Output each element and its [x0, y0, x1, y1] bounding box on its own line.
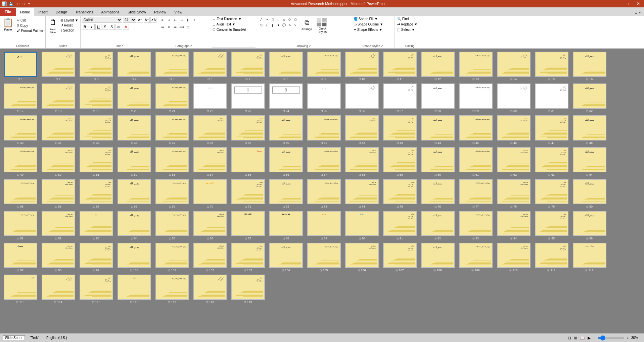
slide-item[interactable]: عنوان• مورد اول• مورد دوم⊡111: [534, 243, 569, 272]
tab-slideshow[interactable]: Slide Show: [124, 8, 150, 16]
slide-item[interactable]: روش تحقیق پیشرفته⊡21: [154, 83, 190, 113]
slide-item[interactable]: بسم الله⊡64: [572, 147, 607, 176]
slide-item[interactable]: روش تحقیق پیشرفته⊡61: [458, 147, 493, 176]
slide-item[interactable]: متن اصلیمحتوای اسلاید⊡42: [344, 115, 379, 145]
slide-item[interactable]: شرکت محبوب⊡112: [572, 243, 607, 272]
slide-item[interactable]: متن اصلیمحتوای اسلاید⊡50: [41, 147, 76, 176]
slide-item[interactable]: بافیا⊡90: [344, 211, 379, 240]
slide-item[interactable]: عنوان• مورد اول• مورد دوم⊡27: [382, 83, 417, 113]
shape-rect-btn[interactable]: □: [270, 17, 275, 22]
slide-item[interactable]: ◼◼ عنوان ◼◼⊡88: [268, 211, 304, 240]
replace-button[interactable]: ⇄ Replace ▼: [396, 22, 424, 26]
slide-item[interactable]: عنوان• مورد اول• مورد دوم⊡43: [382, 115, 417, 145]
slide-item[interactable]: متن اصلیمحتوای اسلاید⊡102: [192, 243, 228, 272]
strikethrough-btn[interactable]: S: [102, 24, 108, 30]
shape-arrow-btn[interactable]: →: [264, 17, 270, 22]
shape-effects-button[interactable]: ✦ Shape Effects ▼: [353, 27, 393, 32]
slide-item[interactable]: روش تحقیق پیشرفته⊡109: [458, 243, 493, 272]
zoom-minus-btn[interactable]: −: [593, 335, 596, 341]
slide-item[interactable]: عنوان• مورد اول• مورد دوم⊡15: [534, 52, 569, 81]
bullet-list-btn[interactable]: ≡: [159, 17, 166, 23]
underline-btn[interactable]: U: [95, 24, 101, 30]
slide-item[interactable]: عنوان• مورد اول• مورد دوم⊡107: [382, 243, 417, 272]
shape-diamond-btn[interactable]: ◇: [287, 17, 292, 22]
shape-pentagon-btn[interactable]: ⬠: [293, 17, 298, 22]
slide-item[interactable]: روش تحقیق پیشرفته⊡65: [3, 179, 38, 208]
slide-item[interactable]: روش تحقیق پیشرفته⊡49: [3, 147, 38, 176]
font-name-selector[interactable]: Calibri: [82, 17, 122, 23]
numbered-list-btn[interactable]: ⑁: [166, 17, 172, 23]
slide-item[interactable]: متن اصلیمحتوای اسلاید⊡118: [192, 275, 228, 304]
slide-item[interactable]: ○○○○○○⊡83: [79, 211, 114, 240]
slide-item[interactable]: داده ها⊡55: [230, 147, 266, 176]
slide-item[interactable]: متن اصلیمحتوای اسلاید⊡114: [41, 275, 76, 304]
slide-item[interactable]: روش تحقیق پیشرفته⊡93: [458, 211, 493, 240]
section-button[interactable]: § Section: [60, 28, 79, 33]
slide-item[interactable]: عنوان• مورد اول• مورد دوم⊡51: [79, 147, 114, 176]
slide-item[interactable]: بسم الله⊡92: [420, 211, 455, 240]
text-direction-button[interactable]: ↔ Text Direction ▼: [212, 17, 256, 21]
spacing-btn[interactable]: A↕: [116, 24, 122, 30]
slide-item[interactable]: متن اصلیمحتوای اسلاید⊡74: [344, 179, 379, 208]
format-painter-button[interactable]: 🖌 Format Painter: [16, 28, 44, 33]
slide-item[interactable]: روش تحقیق پیشرفته⊡9: [306, 52, 341, 81]
slide-item[interactable]: بسم الله⊡48: [572, 115, 607, 145]
shape-bracket-btn[interactable]: [: [270, 22, 275, 28]
slide-item[interactable]: متن آبی⊡89: [306, 211, 341, 240]
zoom-slider[interactable]: [598, 337, 625, 339]
slide-item[interactable]: بسم الله⊡96: [572, 211, 607, 240]
slide-item[interactable]: روش تحقیق پیشرفته⊡37: [154, 115, 190, 145]
slide-item[interactable]: عنوان• مورد اول• مورد دوم⊡39: [230, 115, 266, 145]
columns-btn[interactable]: ⫿: [185, 17, 191, 23]
align-right-btn[interactable]: ➡: [172, 24, 178, 30]
tab-view[interactable]: View: [170, 8, 186, 16]
align-text-button[interactable]: ⊥ Align Text ▼: [212, 22, 256, 26]
slide-item[interactable]: بسم الله⊡32: [572, 83, 607, 113]
slide-item[interactable]: متن اصلیمحتوای اسلاید⊡78: [496, 179, 531, 208]
slide-item[interactable]: عنوان• مورد اول• مورد دوم⊡119: [230, 275, 266, 304]
slide-item[interactable]: بسم الله⊡44: [420, 115, 455, 145]
slide-item[interactable]: عنوان• مورد اول• مورد دوم⊡47: [534, 115, 569, 145]
slide-item[interactable]: روش تحقیق پیشرفته⊡73: [306, 179, 341, 208]
tab-insert[interactable]: Insert: [34, 8, 52, 16]
slide-item[interactable]: بسم الله⊡104: [268, 243, 304, 272]
slide-item[interactable]: عنوان• مورد اول• مورد دوم⊡75: [382, 179, 417, 208]
slide-item[interactable]: بسم الله⊡8: [268, 52, 304, 81]
slide-item[interactable]: متن اصلیمحتوای اسلاید⊡86: [192, 211, 228, 240]
slide-item[interactable]: بسم الله⊡100: [117, 243, 152, 272]
slide-item[interactable]: روش تحقیق پیشرفته⊡5: [154, 52, 190, 81]
slide-item[interactable]: بسم الله⊡108: [420, 243, 455, 272]
slide-item[interactable]: روش تحقیق پیشرفته⊡29: [458, 83, 493, 113]
shadow-btn[interactable]: S: [109, 24, 115, 30]
slide-item[interactable]: روش تحقیق پیشرفته⊡77: [458, 179, 493, 208]
slide-item[interactable]: روش تحقیق پیشرفته⊡105: [306, 243, 341, 272]
slide-item[interactable]: بسم الله⊡4: [117, 52, 152, 81]
slide-sorter-status-btn[interactable]: ⊞: [573, 335, 578, 341]
slide-item[interactable]: عنوان• مورد اول• مورد دوم⊡71: [230, 179, 266, 208]
slide-item[interactable]: متن اصلیمحتوای اسلاید⊡58: [344, 147, 379, 176]
layout-button[interactable]: ⊞ Layout ▼: [60, 18, 79, 22]
qs-item-1[interactable]: [317, 18, 321, 22]
new-slide-button[interactable]: 🗒 New Slide: [47, 17, 59, 35]
tab-transitions[interactable]: Transitions: [71, 8, 97, 16]
slide-item[interactable]: عنوان• مورد اول• مورد دوم⊡95: [534, 211, 569, 240]
shape-circle-btn[interactable]: ○: [276, 17, 281, 22]
reset-button[interactable]: ↺ Reset: [60, 23, 79, 27]
slide-item[interactable]: عملکرد⊡113: [3, 275, 38, 304]
tab-file[interactable]: File: [0, 8, 16, 16]
font-color-btn[interactable]: A: [123, 24, 129, 30]
slide-item[interactable]: متن اصلیمحتوای اسلاید⊡106: [344, 243, 379, 272]
slide-item[interactable]: بسم⊡1: [3, 52, 38, 81]
tab-animations[interactable]: Animations: [97, 8, 123, 16]
line-spacing-btn[interactable]: ↕: [191, 17, 197, 23]
slide-item[interactable]: ▓▓ متن ▓▓⊡87: [230, 211, 266, 240]
qa-dropdown-btn[interactable]: ▼: [28, 2, 31, 5]
slide-item[interactable]: روش تحقیق پیشرفته⊡101: [154, 243, 190, 272]
slide-item[interactable]: →□→□→⊡22: [192, 83, 228, 113]
slide-item[interactable]: بسم الله⊡12: [420, 52, 455, 81]
align-center-btn[interactable]: ≡: [166, 24, 172, 30]
slide-item[interactable]: متن اصلیمحتوای اسلاید⊡46: [496, 115, 531, 145]
slide-item[interactable]: بسم الله⊡16: [572, 52, 607, 81]
shape-triangle-btn[interactable]: △: [281, 17, 287, 22]
cut-button[interactable]: ✂ Cut: [16, 18, 44, 22]
